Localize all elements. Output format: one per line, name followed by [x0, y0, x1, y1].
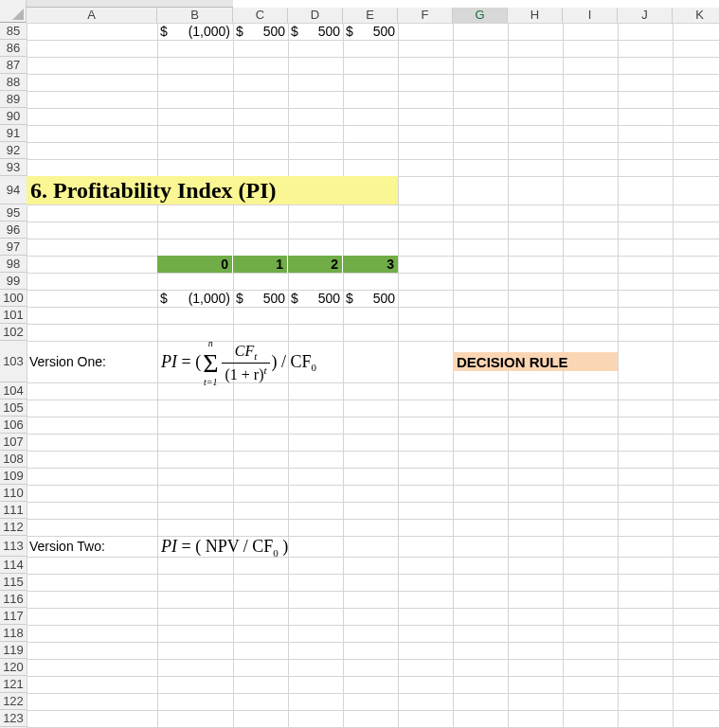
gridline-horizontal — [27, 204, 719, 205]
cashflow-cell[interactable]: $500 — [343, 23, 398, 40]
gridline-horizontal — [27, 307, 719, 308]
cashflow-cell[interactable]: $(1,000) — [157, 23, 233, 40]
gridline-horizontal — [27, 40, 719, 41]
period-header[interactable]: 0 — [157, 256, 233, 273]
gridline-horizontal — [27, 693, 719, 694]
row-header[interactable]: 91 — [0, 125, 27, 142]
gridline-vertical — [508, 23, 509, 728]
cashflow-cell[interactable]: $500 — [233, 290, 288, 307]
row-header[interactable]: 105 — [0, 400, 27, 417]
period-header[interactable]: 3 — [343, 256, 398, 273]
row-header[interactable]: 123 — [0, 710, 27, 727]
row-header[interactable]: 108 — [0, 451, 27, 468]
svg-marker-0 — [12, 9, 24, 20]
row-header[interactable]: 100 — [0, 290, 27, 307]
currency-symbol: $ — [291, 291, 298, 306]
row-header[interactable]: 110 — [0, 485, 27, 502]
row-header[interactable]: 116 — [0, 591, 27, 608]
row-header[interactable]: 118 — [0, 625, 27, 642]
gridline-horizontal — [27, 91, 719, 92]
cashflow-cell[interactable]: $(1,000) — [157, 290, 233, 307]
cashflow-cell[interactable]: $500 — [288, 23, 343, 40]
column-header-A[interactable]: A — [27, 8, 157, 23]
gridline-horizontal — [27, 159, 719, 160]
row-header[interactable]: 103 — [0, 341, 27, 382]
currency-symbol: $ — [236, 291, 243, 306]
row-header[interactable]: 114 — [0, 557, 27, 574]
gridline-vertical — [398, 23, 399, 728]
gridline-horizontal — [27, 519, 719, 520]
column-header-D[interactable]: D — [288, 8, 343, 23]
row-header[interactable]: 119 — [0, 642, 27, 659]
row-header[interactable]: 101 — [0, 307, 27, 324]
period-header[interactable]: 2 — [288, 256, 343, 273]
currency-amount: 500 — [318, 24, 340, 39]
header-shadow-strip — [27, 0, 233, 8]
gridline-horizontal — [27, 502, 719, 503]
row-headers: 8586878889909192939495969798991001011021… — [0, 23, 27, 728]
gridline-vertical — [563, 23, 564, 728]
gridline-horizontal — [27, 676, 719, 677]
row-header[interactable]: 107 — [0, 434, 27, 451]
cashflow-cell[interactable]: $500 — [343, 290, 398, 307]
gridline-horizontal — [27, 591, 719, 592]
cashflow-cell[interactable]: $500 — [233, 23, 288, 40]
gridline-horizontal — [27, 625, 719, 626]
row-header[interactable]: 93 — [0, 159, 27, 176]
row-header[interactable]: 112 — [0, 519, 27, 536]
row-header[interactable]: 90 — [0, 108, 27, 125]
row-header[interactable]: 122 — [0, 693, 27, 710]
row-header[interactable]: 113 — [0, 536, 27, 557]
row-header[interactable]: 97 — [0, 239, 27, 256]
row-header[interactable]: 98 — [0, 256, 27, 273]
grid-area[interactable]: $(1,000)$500$500$5006. Profitability Ind… — [27, 23, 719, 728]
column-header-C[interactable]: C — [233, 8, 288, 23]
row-header[interactable]: 99 — [0, 273, 27, 290]
row-header[interactable]: 111 — [0, 502, 27, 519]
row-header[interactable]: 94 — [0, 176, 27, 204]
row-header[interactable]: 87 — [0, 57, 27, 74]
row-header[interactable]: 96 — [0, 222, 27, 239]
column-headers: ABCDEFGHIJK — [27, 8, 719, 24]
select-all-corner[interactable] — [0, 0, 27, 23]
row-header[interactable]: 120 — [0, 659, 27, 676]
row-header[interactable]: 109 — [0, 468, 27, 485]
currency-amount: 500 — [318, 291, 340, 306]
row-header[interactable]: 102 — [0, 324, 27, 341]
gridline-horizontal — [27, 125, 719, 126]
gridline-horizontal — [27, 57, 719, 58]
column-header-H[interactable]: H — [508, 8, 563, 23]
currency-symbol: $ — [236, 24, 243, 39]
row-header[interactable]: 85 — [0, 23, 27, 40]
row-header[interactable]: 86 — [0, 40, 27, 57]
period-header[interactable]: 1 — [233, 256, 288, 273]
row-header[interactable]: 121 — [0, 676, 27, 693]
version-two-label: Version Two: — [27, 536, 157, 557]
currency-symbol: $ — [346, 291, 353, 306]
gridline-horizontal — [27, 434, 719, 435]
cashflow-cell[interactable]: $500 — [288, 290, 343, 307]
gridline-horizontal — [27, 659, 719, 660]
row-header[interactable]: 104 — [0, 382, 27, 400]
gridline-horizontal — [27, 608, 719, 609]
row-header[interactable]: 89 — [0, 91, 27, 108]
column-header-F[interactable]: F — [398, 8, 453, 23]
gridline-vertical — [157, 23, 158, 728]
column-header-K[interactable]: K — [673, 8, 719, 23]
gridline-horizontal — [27, 417, 719, 417]
row-header[interactable]: 106 — [0, 417, 27, 434]
row-header[interactable]: 88 — [0, 74, 27, 91]
row-header[interactable]: 117 — [0, 608, 27, 625]
currency-amount: (1,000) — [189, 24, 230, 39]
row-header[interactable]: 92 — [0, 142, 27, 159]
gridline-horizontal — [27, 273, 719, 274]
column-header-E[interactable]: E — [343, 8, 398, 23]
row-header[interactable]: 95 — [0, 204, 27, 222]
decision-rule-box[interactable]: DECISION RULE — [453, 352, 618, 371]
column-header-J[interactable]: J — [618, 8, 673, 23]
gridline-horizontal — [27, 557, 719, 558]
column-header-G[interactable]: G — [453, 8, 508, 23]
column-header-B[interactable]: B — [157, 8, 233, 23]
column-header-I[interactable]: I — [563, 8, 618, 23]
row-header[interactable]: 115 — [0, 574, 27, 591]
